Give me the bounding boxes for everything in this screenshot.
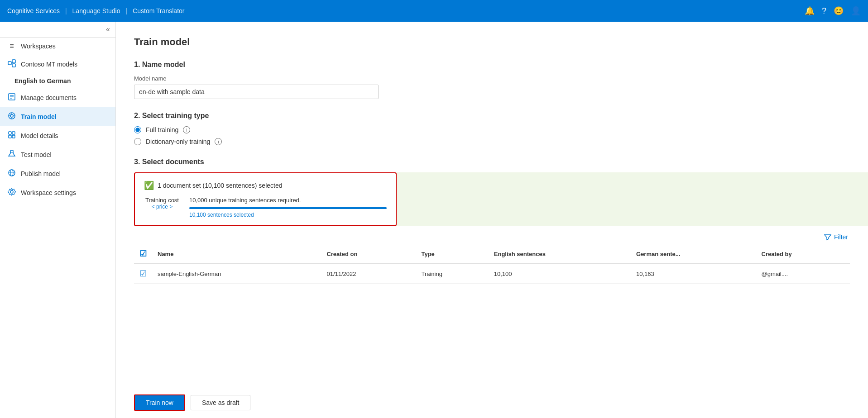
table-header-row: ☑ Name Created on Type <box>134 244 850 264</box>
svg-rect-2 <box>12 64 15 67</box>
row-type: Training <box>416 264 488 284</box>
filter-label: Filter <box>834 233 848 241</box>
sidebar-workspaces-label: Workspaces <box>21 43 56 50</box>
dict-only-training-radio[interactable] <box>134 138 141 145</box>
filter-icon <box>824 233 831 241</box>
sidebar-item-contoso[interactable]: Contoso MT models <box>0 55 115 74</box>
user-face-icon[interactable]: 😊 <box>834 6 844 16</box>
doc-selection-status: 1 document set (10,100 sentences) select… <box>158 182 283 189</box>
sidebar: « ≡ Workspaces Contoso MT models English… <box>0 22 116 418</box>
page-title: Train model <box>134 36 850 48</box>
doc-box-wrapper: ✅ 1 document set (10,100 sentences) sele… <box>134 172 850 226</box>
col-name-header: Name <box>152 244 321 264</box>
doc-selection-header: ✅ 1 document set (10,100 sentences) sele… <box>144 180 387 190</box>
row-created-by: @gmail.... <box>756 264 850 284</box>
action-bar: Train now Save as draft <box>116 387 868 418</box>
topbar-brand: Cognitive Services <box>7 7 60 14</box>
svg-rect-15 <box>9 135 11 138</box>
sidebar-test-model-label: Test model <box>21 151 52 158</box>
sidebar-manage-docs-label: Manage documents <box>21 94 77 101</box>
section1-heading: 1. Name model <box>134 61 850 69</box>
training-cost-price: < price > <box>144 204 180 210</box>
topbar-language-studio[interactable]: Language Studio <box>72 7 120 14</box>
sidebar-item-publish-model[interactable]: Publish model <box>0 164 115 183</box>
sidebar-item-train-model[interactable]: Train model <box>0 107 115 126</box>
publish-model-icon <box>7 169 16 179</box>
save-draft-button[interactable]: Save as draft <box>191 395 251 410</box>
dict-only-training-option[interactable]: Dictionary-only training i <box>134 138 850 145</box>
manage-docs-icon <box>7 93 16 103</box>
row-checkbox-cell[interactable]: ☑ <box>134 264 152 284</box>
filter-row: Filter <box>134 233 850 241</box>
sentences-selected-text: 10,100 sentences selected <box>189 212 387 218</box>
help-icon[interactable]: ? <box>822 6 826 16</box>
train-model-icon <box>7 112 16 122</box>
sidebar-workspace-settings-label: Workspace settings <box>21 189 76 196</box>
sidebar-item-workspace-settings[interactable]: Workspace settings <box>0 183 115 202</box>
progress-bar-fill <box>189 207 387 209</box>
topbar-icons: 🔔 ? 😊 👤 <box>805 6 861 16</box>
workspace-settings-icon <box>7 188 16 198</box>
col-created-header: Created on <box>321 244 416 264</box>
svg-rect-14 <box>12 132 15 134</box>
col-check: ☑ <box>134 244 152 264</box>
sidebar-publish-model-label: Publish model <box>21 170 61 177</box>
sidebar-item-english-german[interactable]: English to German <box>0 74 115 88</box>
contoso-icon <box>7 59 16 69</box>
section-name-model: 1. Name model Model name <box>134 61 850 99</box>
doc-selection-box: ✅ 1 document set (10,100 sentences) sele… <box>134 172 397 226</box>
sidebar-english-german-label: English to German <box>14 77 71 85</box>
filter-button[interactable]: Filter <box>824 233 848 241</box>
row-name: sample-English-German <box>152 264 321 284</box>
topbar: Cognitive Services | Language Studio | C… <box>0 0 868 22</box>
topbar-custom-translator[interactable]: Custom Translator <box>133 7 184 14</box>
section-select-docs: 3. Select documents ✅ 1 document set (10… <box>134 158 850 284</box>
sidebar-item-test-model[interactable]: Test model <box>0 145 115 164</box>
documents-table: ☑ Name Created on Type <box>134 244 850 284</box>
dict-only-info-icon[interactable]: i <box>215 138 222 145</box>
row-created: 01/11/2022 <box>321 264 416 284</box>
model-details-icon <box>7 131 16 141</box>
topbar-sep1: | <box>65 7 67 14</box>
svg-rect-16 <box>12 135 15 138</box>
table-row: ☑ sample-English-German 01/11/2022 Train… <box>134 264 850 284</box>
main-layout: « ≡ Workspaces Contoso MT models English… <box>0 22 868 418</box>
model-name-input[interactable] <box>134 85 379 99</box>
section-training-type: 2. Select training type Full training i … <box>134 112 850 145</box>
sidebar-item-model-details[interactable]: Model details <box>0 126 115 145</box>
row-english-sentences: 10,100 <box>489 264 631 284</box>
progress-bar-track <box>189 207 387 209</box>
model-name-label: Model name <box>134 75 850 82</box>
col-created-by-header: Created by <box>756 244 850 264</box>
notification-icon[interactable]: 🔔 <box>805 6 815 16</box>
svg-rect-0 <box>8 62 11 65</box>
sidebar-contoso-label: Contoso MT models <box>21 61 77 68</box>
content-area: Train model 1. Name model Model name 2. … <box>116 22 868 387</box>
doc-check-circle-icon: ✅ <box>144 180 154 190</box>
train-now-button[interactable]: Train now <box>134 394 185 411</box>
required-sentences-text: 10,000 unique training sentences require… <box>189 197 387 204</box>
svg-point-8 <box>10 114 13 117</box>
full-training-radio[interactable] <box>134 126 141 133</box>
sidebar-item-manage-docs[interactable]: Manage documents <box>0 88 115 107</box>
col-type-header: Type <box>416 244 488 264</box>
full-training-label: Full training <box>146 126 178 133</box>
col-english-header: English sentences <box>489 244 631 264</box>
header-checkbox-icon[interactable]: ☑ <box>139 249 147 258</box>
topbar-sep2: | <box>125 7 127 14</box>
training-type-group: Full training i Dictionary-only training… <box>134 126 850 145</box>
full-training-info-icon[interactable]: i <box>183 126 190 133</box>
sidebar-model-details-label: Model details <box>21 132 58 139</box>
section2-heading: 2. Select training type <box>134 112 850 120</box>
sidebar-item-workspaces[interactable]: ≡ Workspaces <box>0 38 115 55</box>
row-checkbox-checked-icon[interactable]: ☑ <box>139 269 147 278</box>
dict-only-training-label: Dictionary-only training <box>146 138 210 145</box>
section3-heading: 3. Select documents <box>134 158 850 166</box>
doc-cost-info: 10,000 unique training sentences require… <box>189 197 387 218</box>
row-german-sentences: 10,163 <box>631 264 756 284</box>
sidebar-collapse-button[interactable]: « <box>106 25 110 33</box>
account-icon[interactable]: 👤 <box>851 6 861 16</box>
training-cost-label: Training cost < price > <box>144 197 180 210</box>
svg-rect-1 <box>12 60 15 63</box>
full-training-option[interactable]: Full training i <box>134 126 850 133</box>
